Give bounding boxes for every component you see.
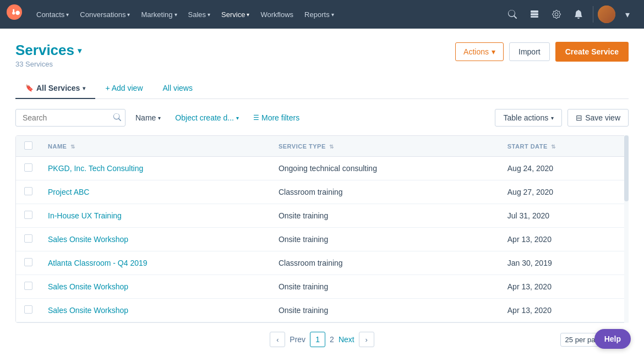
nav-conversations[interactable]: Conversations ▾: [74, 0, 135, 29]
page-title-area: Services ▾ 33 Services: [15, 42, 81, 68]
search-container: [15, 109, 125, 127]
start-date-sort-icon: ⇅: [551, 144, 556, 150]
service-link-1[interactable]: Project ABC: [48, 188, 89, 196]
row-start-date-0: Aug 24, 2020: [500, 157, 628, 180]
more-filters-button[interactable]: ☰ More filters: [249, 109, 304, 126]
search-input[interactable]: [15, 109, 125, 127]
marketplace-icon[interactable]: [525, 4, 544, 24]
nav-reports[interactable]: Reports ▾: [299, 0, 340, 29]
prev-label[interactable]: Prev: [290, 335, 305, 344]
nav-marketing[interactable]: Marketing ▾: [135, 0, 182, 29]
page-1-button[interactable]: 1: [310, 332, 325, 347]
service-type-column-header[interactable]: SERVICE TYPE ⇅: [271, 136, 500, 157]
filter-bar: Name ▾ Object create d... ▾ ☰ More filte…: [15, 109, 629, 127]
row-checkbox-cell-5: [16, 275, 40, 299]
actions-button[interactable]: Actions ▾: [455, 42, 504, 61]
start-date-column-header[interactable]: START DATE ⇅: [500, 136, 628, 157]
scrollbar-thumb[interactable]: [624, 135, 629, 201]
nav-service[interactable]: Service ▾: [216, 0, 255, 29]
row-start-date-4: Jan 30, 2019: [500, 251, 628, 275]
page-header: Services ▾ 33 Services Actions ▾ Import …: [15, 42, 629, 68]
service-link-0[interactable]: PKGD, Inc. Tech Consulting: [48, 164, 143, 173]
row-start-date-3: Apr 13, 2020: [500, 228, 628, 251]
help-button[interactable]: Help: [594, 329, 631, 349]
row-service-type-4: Classroom training: [271, 251, 500, 275]
notifications-icon[interactable]: [569, 4, 588, 24]
row-service-type-6: Onsite training: [271, 299, 500, 322]
service-caret: ▾: [247, 12, 249, 18]
row-checkbox-2[interactable]: [24, 211, 32, 219]
row-service-type-1: Classroom training: [271, 180, 500, 204]
row-name-1: Project ABC: [40, 180, 271, 204]
service-type-sort-icon: ⇅: [329, 144, 334, 150]
name-filter-button[interactable]: Name ▾: [131, 109, 165, 126]
account-caret-icon[interactable]: ▾: [618, 4, 637, 24]
table-row: Sales Onsite Workshop Onsite training Ap…: [16, 228, 628, 251]
row-service-type-3: Onsite training: [271, 228, 500, 251]
user-avatar[interactable]: [598, 6, 615, 23]
title-dropdown-icon[interactable]: ▾: [78, 46, 81, 55]
row-checkbox-1[interactable]: [24, 187, 32, 195]
hubspot-logo[interactable]: [7, 4, 26, 24]
search-nav-icon[interactable]: [503, 4, 522, 24]
create-service-button[interactable]: Create Service: [555, 42, 629, 62]
save-view-button[interactable]: ⊟ Save view: [567, 109, 629, 127]
row-start-date-2: Jul 31, 2020: [500, 204, 628, 228]
row-checkbox-cell-1: [16, 180, 40, 204]
row-name-2: In-House UX Training: [40, 204, 271, 228]
nav-divider: [593, 6, 593, 23]
row-checkbox-0[interactable]: [24, 163, 32, 172]
row-checkbox-cell-4: [16, 251, 40, 275]
name-filter-caret: ▾: [158, 115, 161, 121]
service-link-2[interactable]: In-House UX Training: [48, 211, 122, 220]
nav-sales[interactable]: Sales ▾: [183, 0, 216, 29]
scrollbar-track[interactable]: [624, 135, 629, 323]
import-button[interactable]: Import: [509, 42, 550, 61]
nav-workflows[interactable]: Workflows: [255, 0, 299, 29]
service-link-4[interactable]: Atlanta Classroom - Q4 2019: [48, 259, 148, 267]
settings-icon[interactable]: [547, 4, 566, 24]
row-checkbox-3[interactable]: [24, 234, 32, 243]
service-link-3[interactable]: Sales Onsite Workshop: [48, 235, 128, 244]
filter-lines-icon: ☰: [253, 114, 259, 122]
nav-contacts[interactable]: Contacts ▾: [31, 0, 74, 29]
next-page-arrow[interactable]: ›: [359, 332, 374, 347]
tab-all-views[interactable]: All views: [153, 78, 203, 99]
row-name-5: Sales Onsite Workshop: [40, 275, 271, 299]
services-table: NAME ⇅ SERVICE TYPE ⇅ START DATE ⇅: [15, 135, 629, 323]
row-name-3: Sales Onsite Workshop: [40, 228, 271, 251]
table-row: Sales Onsite Workshop Onsite training Ap…: [16, 299, 628, 322]
bookmark-icon: 🔖: [25, 84, 34, 92]
page-content: Services ▾ 33 Services Actions ▾ Import …: [0, 29, 644, 362]
table-actions-button[interactable]: Table actions ▾: [495, 109, 562, 127]
prev-page-arrow[interactable]: ‹: [270, 332, 285, 347]
table-row: Atlanta Classroom - Q4 2019 Classroom tr…: [16, 251, 628, 275]
row-checkbox-5[interactable]: [24, 282, 32, 290]
tab-all-services[interactable]: 🔖 All Services ▾: [15, 78, 95, 99]
row-checkbox-cell-3: [16, 228, 40, 251]
search-icon[interactable]: [113, 113, 121, 123]
row-start-date-5: Apr 13, 2020: [500, 275, 628, 299]
pagination: ‹ Prev 1 2 Next ›: [270, 323, 374, 356]
table-row: Sales Onsite Workshop Onsite training Ap…: [16, 275, 628, 299]
row-checkbox-6[interactable]: [24, 305, 32, 314]
row-service-type-0: Ongoing technical consulting: [271, 157, 500, 180]
contacts-caret: ▾: [66, 12, 69, 18]
row-service-type-5: Onsite training: [271, 275, 500, 299]
page-subtitle: 33 Services: [15, 60, 81, 68]
table-row: PKGD, Inc. Tech Consulting Ongoing techn…: [16, 157, 628, 180]
next-label[interactable]: Next: [339, 335, 354, 344]
row-checkbox-cell-6: [16, 299, 40, 322]
service-link-5[interactable]: Sales Onsite Workshop: [48, 282, 128, 291]
page-2[interactable]: 2: [330, 335, 334, 344]
row-checkbox-4[interactable]: [24, 258, 32, 266]
object-filter-button[interactable]: Object create d... ▾: [171, 109, 243, 126]
tab-add-view[interactable]: + Add view: [95, 78, 152, 99]
row-checkbox-cell-2: [16, 204, 40, 228]
service-link-6[interactable]: Sales Onsite Workshop: [48, 306, 128, 315]
page-title: Services ▾: [15, 42, 81, 59]
select-all-checkbox[interactable]: [24, 141, 32, 150]
row-start-date-6: Apr 13, 2020: [500, 299, 628, 322]
object-filter-caret: ▾: [236, 115, 239, 121]
name-column-header[interactable]: NAME ⇅: [40, 136, 271, 157]
